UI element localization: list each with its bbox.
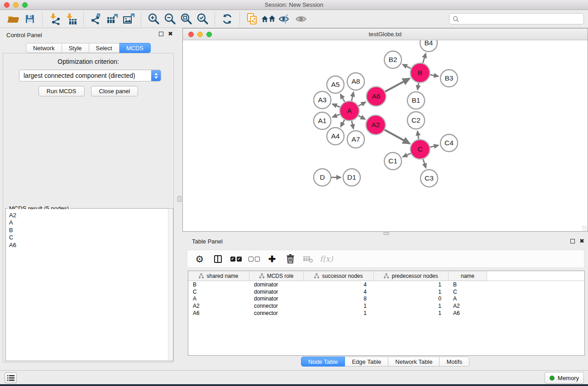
graph-edge-A-A5[interactable] bbox=[340, 94, 344, 102]
column-header-successor-nodes[interactable]: successor nodes bbox=[304, 271, 374, 281]
network-window-titlebar[interactable]: testGlobe.txt bbox=[183, 29, 588, 40]
graph-node-A3[interactable]: A3 bbox=[314, 91, 331, 109]
graph-node-A4[interactable]: A4 bbox=[327, 128, 344, 145]
result-item-a[interactable]: A bbox=[9, 219, 168, 226]
panel-layout-button[interactable] bbox=[210, 252, 225, 266]
close-table-panel-icon[interactable]: ✖ bbox=[579, 239, 584, 243]
tab-style[interactable]: Style bbox=[62, 43, 89, 53]
memory-button[interactable]: Memory bbox=[545, 372, 584, 384]
task-history-button[interactable] bbox=[5, 372, 17, 383]
tab-select[interactable]: Select bbox=[89, 43, 120, 53]
column-header-predecessor-nodes[interactable]: predecessor nodes bbox=[374, 271, 449, 281]
table-row-a2[interactable]: A2connector11A2 bbox=[188, 302, 584, 310]
search-field[interactable] bbox=[449, 13, 584, 24]
network-canvas[interactable]: B4B2BB3A8A5A6A3B1AC2A1A2A4A7C4CC1C3DD1 bbox=[183, 40, 588, 231]
zoom-fit-button[interactable] bbox=[178, 11, 194, 27]
import-table-button[interactable] bbox=[63, 11, 79, 27]
graph-node-B3[interactable]: B3 bbox=[440, 70, 458, 87]
graph-edge-A-A4[interactable] bbox=[341, 120, 345, 127]
float-panel-icon[interactable] bbox=[159, 32, 163, 36]
export-image-button[interactable] bbox=[120, 11, 137, 27]
graph-node-D[interactable]: D bbox=[314, 169, 331, 186]
show-all-button[interactable] bbox=[293, 11, 309, 27]
column-header-mcds-role[interactable]: MCDS role bbox=[249, 271, 304, 281]
import-network-button[interactable] bbox=[47, 11, 63, 27]
table-row-a6[interactable]: A6connector11A6 bbox=[188, 310, 584, 317]
column-settings-button[interactable]: ⚙ bbox=[192, 252, 207, 266]
table-row-b[interactable]: Bdominator41B bbox=[188, 281, 584, 288]
tab-motifs[interactable]: Motifs bbox=[440, 357, 469, 367]
graph-node-B[interactable]: B bbox=[411, 63, 430, 83]
graph-edge-A-A7[interactable] bbox=[352, 121, 354, 129]
tab-node-table[interactable]: Node Table bbox=[301, 357, 345, 367]
graph-node-B1[interactable]: B1 bbox=[407, 92, 425, 109]
resize-grip-icon[interactable] bbox=[582, 226, 587, 231]
zoom-out-button[interactable] bbox=[162, 11, 178, 27]
graph-edge-A-A6[interactable] bbox=[359, 102, 366, 106]
zoom-selected-button[interactable] bbox=[194, 11, 210, 27]
apply-layout-button[interactable] bbox=[219, 11, 235, 27]
close-panel-icon[interactable]: ✖ bbox=[168, 32, 173, 36]
run-mcds-button[interactable]: Run MCDS bbox=[38, 86, 85, 96]
graph-node-A1[interactable]: A1 bbox=[314, 112, 331, 129]
graph-node-A8[interactable]: A8 bbox=[347, 73, 364, 90]
export-network-button[interactable] bbox=[88, 11, 104, 27]
add-column-button[interactable]: ✚ bbox=[264, 252, 280, 266]
tab-network-table[interactable]: Network Table bbox=[388, 357, 440, 367]
graph-edge-A-A2[interactable] bbox=[359, 116, 365, 119]
graph-node-B2[interactable]: B2 bbox=[384, 51, 402, 68]
graph-node-D1[interactable]: D1 bbox=[343, 169, 360, 186]
column-header-shared-name[interactable]: shared name bbox=[188, 271, 249, 281]
graph-edge-A-A8[interactable] bbox=[352, 92, 354, 101]
show-all-columns-button[interactable]: ✔✔ bbox=[228, 252, 244, 266]
tab-network[interactable]: Network bbox=[26, 43, 62, 53]
graph-edge-C-C1[interactable] bbox=[403, 153, 411, 157]
first-neighbors-button[interactable] bbox=[260, 11, 277, 27]
result-item-b[interactable]: B bbox=[9, 227, 168, 234]
save-session-button[interactable] bbox=[22, 11, 38, 27]
graph-node-A5[interactable]: A5 bbox=[327, 76, 344, 93]
search-input[interactable] bbox=[461, 14, 583, 24]
graph-edge-A6-B[interactable] bbox=[385, 79, 410, 92]
graph-node-A[interactable]: A bbox=[340, 101, 359, 121]
splitter-handle[interactable] bbox=[177, 196, 182, 202]
mcds-result-list[interactable]: A2ABCA6 bbox=[6, 209, 168, 360]
graph-node-C4[interactable]: C4 bbox=[440, 134, 458, 152]
result-item-c[interactable]: C bbox=[9, 234, 168, 241]
delete-column-button[interactable] bbox=[282, 252, 298, 266]
graph-node-C3[interactable]: C3 bbox=[421, 170, 438, 187]
graph-node-A2[interactable]: A2 bbox=[366, 115, 386, 135]
graph-node-C1[interactable]: C1 bbox=[384, 152, 402, 170]
hide-selected-button[interactable] bbox=[277, 11, 293, 27]
table-row-c[interactable]: Cdominator41C bbox=[188, 288, 584, 295]
graph-edge-B-B2[interactable] bbox=[403, 64, 411, 68]
hide-all-columns-button[interactable] bbox=[246, 252, 262, 266]
graph-node-C2[interactable]: C2 bbox=[407, 112, 425, 129]
export-table-button[interactable] bbox=[104, 11, 120, 27]
network-overview-button[interactable] bbox=[244, 11, 260, 27]
horizontal-splitter-handle[interactable] bbox=[383, 232, 389, 235]
graph-edge-C-C3[interactable] bbox=[423, 159, 426, 168]
result-item-a2[interactable]: A2 bbox=[9, 212, 168, 219]
graph-node-C[interactable]: C bbox=[411, 140, 430, 159]
graph-edge-A-A3[interactable] bbox=[332, 104, 340, 107]
result-scrollbar[interactable] bbox=[168, 209, 172, 360]
graph-node-A6[interactable]: A6 bbox=[367, 87, 386, 106]
close-panel-button[interactable]: Close panel bbox=[91, 86, 139, 96]
column-header-name[interactable]: name bbox=[449, 271, 487, 281]
graph-edge-C-C4[interactable] bbox=[430, 145, 439, 147]
float-table-panel-icon[interactable] bbox=[570, 239, 575, 243]
graph-node-A7[interactable]: A7 bbox=[347, 131, 364, 148]
criterion-dropdown[interactable]: largest connected component (directed) bbox=[19, 70, 161, 81]
result-item-a6[interactable]: A6 bbox=[9, 242, 168, 249]
graph-edge-C-C2[interactable] bbox=[417, 131, 419, 139]
tab-edge-table[interactable]: Edge Table bbox=[345, 357, 388, 367]
graph-edge-A-A1[interactable] bbox=[333, 114, 340, 117]
zoom-in-button[interactable] bbox=[145, 11, 162, 27]
open-session-button[interactable] bbox=[5, 11, 22, 27]
graph-edge-B-B3[interactable] bbox=[430, 75, 438, 76]
panel-splitter[interactable] bbox=[177, 28, 182, 370]
graph-edge-A2-C[interactable] bbox=[385, 130, 410, 143]
table-row-a[interactable]: Adominator80A bbox=[188, 295, 584, 302]
graph-edge-B-B4[interactable] bbox=[423, 53, 425, 63]
